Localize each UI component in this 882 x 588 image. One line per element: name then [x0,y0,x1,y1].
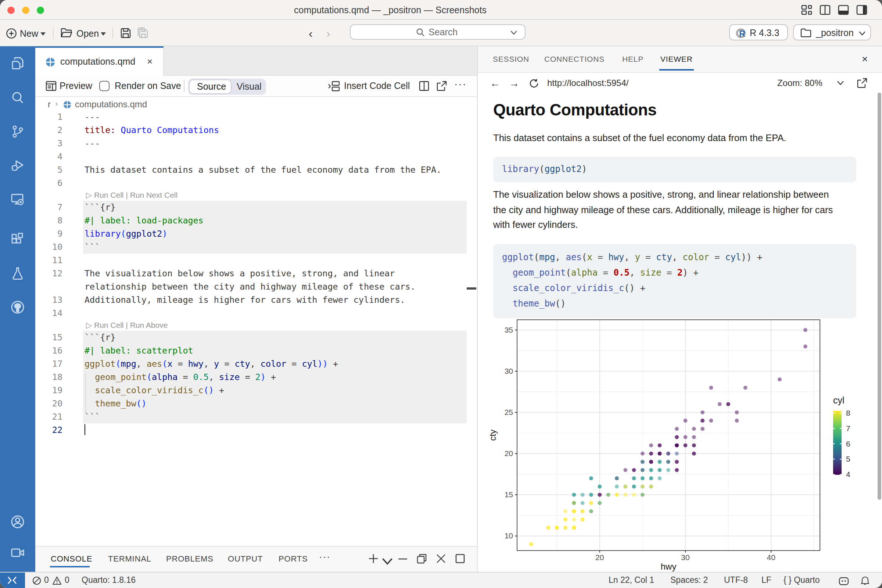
interpreter-button[interactable]: R R 4.3.3 [729,24,788,40]
render-on-save-checkbox[interactable] [99,81,110,91]
viewer-url[interactable]: http://localhost:5954/ [547,78,629,88]
breadcrumb-file[interactable]: computations.qmd [75,99,147,110]
code-editor[interactable]: 1---2title: Quarto Computations3---45Thi… [35,112,477,546]
code-line: The visualization below shows a positive… [84,267,395,280]
svg-text:30: 30 [504,366,513,375]
viewer-open-external-icon[interactable] [856,78,867,88]
open-dropdown-arrow[interactable] [101,32,106,36]
search-box[interactable]: Search [350,24,525,40]
testing-icon[interactable] [10,266,25,281]
explorer-icon[interactable] [10,56,25,70]
viewer-forward-icon[interactable]: → [509,77,519,89]
split-editor-layout-icon[interactable] [819,4,831,15]
encoding[interactable]: UTF-8 [724,576,748,584]
new-icon [6,28,17,39]
svg-text:20: 20 [504,449,513,457]
viewer-scrollbar[interactable] [877,93,881,500]
eol-indicator[interactable]: LF [762,576,771,584]
tab-help[interactable]: HELP [622,54,644,63]
errors-icon[interactable] [32,576,41,585]
copilot-icon[interactable] [838,576,849,585]
language-mode[interactable]: { } Quarto [783,576,819,584]
panel-close-icon[interactable]: × [862,53,868,64]
remote-indicator[interactable] [0,573,25,588]
line-number: 3 [35,137,63,150]
tab-viewer[interactable]: VIEWER [660,54,693,63]
panel-minimize-icon[interactable] [398,554,408,564]
insert-code-cell-button[interactable]: Insert Code Cell [344,81,410,91]
extensions-icon[interactable] [10,232,25,247]
preview-button[interactable]: Preview [60,81,92,91]
code-line: This dataset contains a subset of the fu… [84,163,441,176]
panel-more-actions-icon[interactable]: ··· [319,551,331,562]
panel-tab-terminal[interactable]: TERMINAL [108,554,152,563]
save-icon[interactable] [120,27,132,39]
screencast-icon[interactable] [10,545,25,560]
warnings-count[interactable]: 0 [64,576,69,584]
search-sidebar-icon[interactable] [10,90,25,105]
panel-add-dropdown-icon[interactable] [382,556,393,567]
new-button[interactable]: New [20,28,38,39]
panel-tab-ports[interactable]: PORTS [279,554,308,563]
cursor-position[interactable]: Ln 22, Col 1 [609,576,654,584]
tab-connections[interactable]: CONNECTIONS [544,54,604,63]
account-icon[interactable] [10,514,25,529]
viewer-zoom-dropdown-icon[interactable] [837,81,843,85]
panel-restore-icon[interactable] [417,554,427,564]
workspace-button[interactable]: _positron [793,24,871,40]
source-toggle-button[interactable]: Source [190,80,231,93]
panel-tab-console[interactable]: CONSOLE [51,554,92,563]
indentation[interactable]: Spaces: 2 [670,576,708,584]
close-tab-icon[interactable]: × [147,56,153,67]
viewer-zoom-label[interactable]: Zoom: 80% [777,78,822,88]
toggle-panel-icon[interactable] [838,4,849,15]
open-button[interactable]: Open [76,28,99,39]
svg-text:30: 30 [681,553,689,561]
panel-tab-problems[interactable]: PROBLEMS [166,554,213,563]
notifications-bell-icon[interactable] [861,576,870,585]
visual-toggle-button[interactable]: Visual [237,82,262,92]
panel-tab-output[interactable]: OUTPUT [228,554,263,563]
run-cell-codelens[interactable]: ▷ Run Cell | Run Next Cell [86,190,177,201]
forward-button[interactable]: › [326,27,330,40]
preview-icon [46,81,57,91]
run-debug-icon[interactable] [10,158,25,173]
editor-more-actions-icon[interactable]: ··· [454,78,467,90]
customize-layout-icon[interactable] [801,4,812,15]
breadcrumb-root[interactable]: r [48,99,51,110]
errors-count[interactable]: 0 [44,576,49,584]
quarto-version[interactable]: Quarto: 1.8.16 [82,576,136,584]
back-button[interactable]: ‹ [309,27,313,40]
render-on-save-label[interactable]: Render on Save [115,81,181,91]
code-line: ```{r} [84,331,116,344]
toggle-secondary-sidebar-icon[interactable] [856,4,867,15]
editor-tab[interactable]: computations.qmd × [35,46,164,76]
sessions-icon[interactable] [10,192,25,207]
line-number: 5 [35,163,63,176]
svg-text:cty: cty [487,429,497,441]
panel-close-icon[interactable] [436,554,446,564]
viewer-back-icon[interactable]: ← [490,77,500,89]
new-dropdown-arrow[interactable] [40,32,46,36]
search-dropdown-arrow[interactable] [511,31,517,34]
line-number: 17 [35,357,63,370]
split-editor-icon[interactable] [419,81,429,91]
code-line: Additionally, mileage is higher for cars… [84,293,405,306]
warnings-icon[interactable] [52,576,62,585]
code-line: theme_bw() [84,397,147,410]
viewer-reload-icon[interactable] [529,79,538,88]
bottom-panel-tabs: CONSOLETERMINALPROBLEMSOUTPUTPORTS··· [35,546,477,572]
panel-maximize-icon[interactable] [455,554,465,564]
run-cell-codelens[interactable]: ▷ Run Cell | Run Above [86,320,168,331]
folder-icon [800,28,812,38]
open-preview-external-icon[interactable] [436,81,447,91]
source-control-icon[interactable] [10,124,25,139]
editor-tab-label: computations.qmd [60,57,135,67]
panel-add-icon[interactable] [368,554,378,564]
tab-session[interactable]: SESSION [493,54,529,63]
github-icon[interactable] [10,300,25,315]
line-number: 1 [35,112,63,123]
viewer-code-line: geom_point(alpha = 0.5, size = 2) + [502,266,699,281]
workspace-label: _positron [816,28,854,38]
svg-text:20: 20 [595,553,603,561]
